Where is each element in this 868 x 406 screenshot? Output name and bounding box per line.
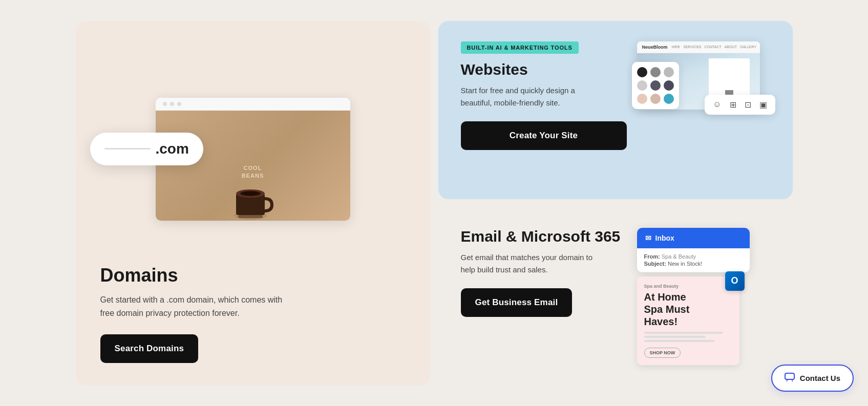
websites-description: Start for free and quickly design a beau… — [461, 84, 594, 109]
spa-line-3 — [644, 340, 715, 342]
nav-services: SERVICES — [683, 45, 701, 49]
domains-description: Get started with a .com domain, which co… — [100, 293, 295, 319]
subject-row: Subject: New in Stock! — [644, 261, 743, 267]
envelope-icon: ✉ — [645, 234, 651, 242]
email-title: Email & Microsoft 365 — [461, 228, 627, 245]
tools-panel: ☺ ⊞ ⊡ ▣ — [705, 95, 775, 115]
domains-title: Domains — [100, 265, 406, 286]
swatch-light-gray[interactable] — [664, 67, 674, 77]
subject-key: Subject: — [644, 261, 666, 267]
email-card: Email & Microsoft 365 Get email that mat… — [438, 207, 793, 386]
email-description: Get email that matches your domain to he… — [461, 251, 604, 276]
svg-rect-6 — [785, 373, 794, 379]
swatch-black[interactable] — [637, 67, 647, 77]
swatch-peach[interactable] — [637, 94, 647, 104]
swatch-silver[interactable] — [637, 80, 647, 91]
crop-icon[interactable]: ⊡ — [745, 100, 751, 110]
chat-icon — [785, 373, 795, 383]
spa-line-1 — [644, 332, 724, 334]
browser-dot-3 — [177, 102, 181, 106]
domains-content: Domains Get started with a .com domain, … — [100, 265, 406, 362]
outlook-letter: O — [731, 275, 738, 286]
inbox-header: ✉ Inbox — [637, 228, 750, 248]
nav-about: ABOUT — [725, 45, 737, 49]
swatch-gray[interactable] — [650, 67, 661, 77]
domains-card: COOL BEANS .c — [76, 21, 430, 386]
contact-us-button[interactable]: Contact Us — [771, 365, 854, 392]
color-swatches-panel — [632, 62, 679, 109]
websites-card: BUILT-IN AI & MARKETING TOOLS Websites S… — [438, 21, 793, 199]
svg-point-4 — [243, 191, 258, 195]
domain-pill: .com — [90, 133, 203, 165]
inbox-from-row: From: Spa & Beauty Subject: New in Stock… — [637, 248, 750, 272]
get-business-email-button[interactable]: Get Business Email — [461, 288, 573, 317]
browser-content: COOL BEANS — [156, 111, 350, 221]
site-mockup-bar: NeueBloom HIRE SERVICES CONTACT ABOUT GA… — [637, 41, 760, 53]
browser-bar — [156, 98, 350, 111]
smiley-icon[interactable]: ☺ — [713, 100, 721, 109]
browser-dot-1 — [163, 102, 167, 106]
swatch-teal[interactable] — [664, 94, 674, 104]
svg-rect-5 — [238, 215, 263, 218]
swatch-tan[interactable] — [650, 94, 661, 104]
cool-beans-label: COOL — [242, 164, 264, 172]
nav-hire: HIRE — [672, 45, 681, 49]
main-grid: COOL BEANS .c — [76, 21, 793, 386]
browser-dot-2 — [170, 102, 174, 106]
domains-illustration: COOL BEANS .c — [100, 44, 406, 255]
spa-email-preview: Spa and Beauty At HomeSpa MustHaves! SHO… — [637, 276, 739, 365]
spa-brand-label: Spa and Beauty — [644, 284, 732, 289]
subject-value: New in Stock! — [668, 261, 702, 267]
contact-us-label: Contact Us — [800, 374, 840, 382]
mockup-nav: HIRE SERVICES CONTACT ABOUT GALLERY — [672, 45, 757, 49]
layout-icon[interactable]: ⊞ — [730, 100, 736, 110]
nav-gallery: GALLERY — [740, 45, 756, 49]
domain-pill-line — [104, 148, 151, 149]
email-right: ✉ Inbox From: Spa & Beauty Subject: New … — [637, 228, 770, 365]
nav-contact: CONTACT — [705, 45, 722, 49]
websites-right: NeueBloom HIRE SERVICES CONTACT ABOUT GA… — [637, 41, 770, 110]
panels-icon[interactable]: ▣ — [759, 100, 767, 110]
inbox-label: Inbox — [655, 234, 674, 242]
from-key: From: — [644, 253, 660, 260]
swatch-slate[interactable] — [664, 80, 674, 91]
swatch-dark-blue[interactable] — [650, 80, 661, 91]
shop-now-badge: SHOP NOW — [644, 348, 681, 358]
inbox-mockup: ✉ Inbox From: Spa & Beauty Subject: New … — [637, 228, 750, 272]
coffee-cup-svg — [230, 182, 276, 221]
websites-title: Websites — [461, 61, 627, 78]
ai-tools-badge: BUILT-IN AI & MARKETING TOOLS — [461, 41, 579, 54]
websites-left: BUILT-IN AI & MARKETING TOOLS Websites S… — [461, 41, 627, 150]
spa-headline: At HomeSpa MustHaves! — [644, 291, 732, 328]
email-left: Email & Microsoft 365 Get email that mat… — [461, 228, 627, 317]
outlook-badge: O — [725, 271, 745, 291]
cool-beans-label2: BEANS — [242, 172, 264, 180]
chat-bubble-icon — [785, 373, 795, 382]
search-domains-button[interactable]: Search Domains — [100, 334, 199, 363]
spa-line-2 — [644, 336, 706, 338]
domain-pill-text: .com — [156, 141, 189, 157]
spa-text-lines — [644, 332, 732, 342]
from-value: Spa & Beauty — [662, 253, 696, 260]
mockup-brand: NeueBloom — [642, 45, 668, 50]
create-site-button[interactable]: Create Your Site — [461, 121, 627, 150]
from-label: From: Spa & Beauty — [644, 253, 743, 260]
